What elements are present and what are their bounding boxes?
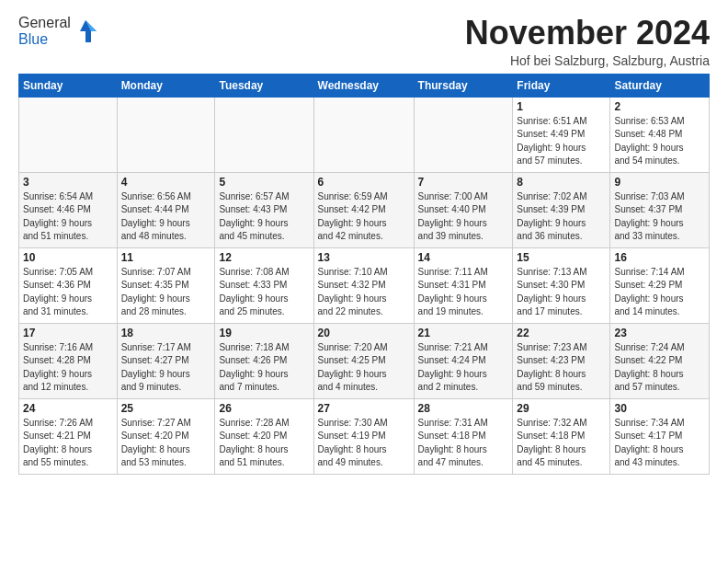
page-container: General Blue November 2024 Hof bei Salzb… — [0, 0, 728, 484]
calendar-cell: 5Sunrise: 6:57 AM Sunset: 4:43 PM Daylig… — [215, 172, 313, 247]
day-detail: Sunrise: 7:28 AM Sunset: 4:20 PM Dayligh… — [219, 417, 309, 470]
day-detail: Sunrise: 7:08 AM Sunset: 4:33 PM Dayligh… — [219, 266, 309, 319]
day-number: 14 — [418, 251, 509, 264]
day-number: 11 — [121, 251, 211, 264]
day-number: 30 — [614, 402, 705, 415]
day-number: 7 — [418, 176, 509, 189]
header-thursday: Thursday — [414, 74, 513, 97]
day-number: 21 — [418, 327, 509, 339]
calendar-cell: 22Sunrise: 7:23 AM Sunset: 4:23 PM Dayli… — [513, 323, 610, 398]
calendar-week-5: 24Sunrise: 7:26 AM Sunset: 4:21 PM Dayli… — [19, 398, 710, 474]
day-detail: Sunrise: 7:20 AM Sunset: 4:25 PM Dayligh… — [318, 341, 410, 395]
day-detail: Sunrise: 7:00 AM Sunset: 4:40 PM Dayligh… — [418, 190, 509, 244]
calendar-cell: 24Sunrise: 7:26 AM Sunset: 4:21 PM Dayli… — [19, 398, 118, 474]
calendar-cell: 7Sunrise: 7:00 AM Sunset: 4:40 PM Daylig… — [414, 172, 513, 247]
day-detail: Sunrise: 7:02 AM Sunset: 4:39 PM Dayligh… — [517, 190, 606, 244]
calendar-cell — [313, 97, 414, 172]
day-number: 20 — [318, 327, 410, 339]
calendar-cell: 27Sunrise: 7:30 AM Sunset: 4:19 PM Dayli… — [313, 398, 414, 474]
calendar-cell: 14Sunrise: 7:11 AM Sunset: 4:31 PM Dayli… — [414, 247, 513, 323]
calendar-week-4: 17Sunrise: 7:16 AM Sunset: 4:28 PM Dayli… — [19, 323, 710, 398]
calendar-cell: 26Sunrise: 7:28 AM Sunset: 4:20 PM Dayli… — [215, 398, 313, 474]
day-detail: Sunrise: 7:11 AM Sunset: 4:31 PM Dayligh… — [418, 266, 509, 319]
header-wednesday: Wednesday — [313, 74, 414, 97]
calendar-cell: 30Sunrise: 7:34 AM Sunset: 4:17 PM Dayli… — [610, 398, 710, 474]
calendar-cell — [414, 97, 513, 172]
day-detail: Sunrise: 6:54 AM Sunset: 4:46 PM Dayligh… — [23, 190, 113, 244]
calendar-cell: 12Sunrise: 7:08 AM Sunset: 4:33 PM Dayli… — [215, 247, 313, 323]
day-detail: Sunrise: 7:32 AM Sunset: 4:18 PM Dayligh… — [517, 417, 606, 470]
calendar-cell: 20Sunrise: 7:20 AM Sunset: 4:25 PM Dayli… — [313, 323, 414, 398]
day-detail: Sunrise: 6:53 AM Sunset: 4:48 PM Dayligh… — [614, 115, 705, 168]
day-number: 12 — [219, 251, 309, 264]
header: General Blue November 2024 Hof bei Salzb… — [18, 15, 710, 68]
header-saturday: Saturday — [610, 74, 710, 97]
day-detail: Sunrise: 7:14 AM Sunset: 4:29 PM Dayligh… — [614, 266, 705, 319]
day-number: 15 — [517, 251, 606, 264]
day-detail: Sunrise: 7:26 AM Sunset: 4:21 PM Dayligh… — [23, 417, 113, 470]
header-monday: Monday — [117, 74, 215, 97]
day-detail: Sunrise: 7:23 AM Sunset: 4:23 PM Dayligh… — [517, 341, 606, 395]
day-detail: Sunrise: 7:03 AM Sunset: 4:37 PM Dayligh… — [614, 190, 705, 244]
day-number: 1 — [517, 100, 606, 113]
day-detail: Sunrise: 7:07 AM Sunset: 4:35 PM Dayligh… — [121, 266, 211, 319]
day-number: 5 — [219, 176, 309, 189]
location: Hof bei Salzburg, Salzburg, Austria — [465, 53, 710, 68]
day-number: 26 — [219, 402, 309, 415]
day-detail: Sunrise: 7:27 AM Sunset: 4:20 PM Dayligh… — [121, 417, 211, 470]
day-number: 28 — [418, 402, 509, 415]
day-detail: Sunrise: 7:16 AM Sunset: 4:28 PM Dayligh… — [23, 341, 113, 395]
logo-icon — [73, 18, 98, 44]
day-detail: Sunrise: 7:21 AM Sunset: 4:24 PM Dayligh… — [418, 341, 509, 395]
calendar-table: Sunday Monday Tuesday Wednesday Thursday… — [18, 74, 710, 475]
day-detail: Sunrise: 7:17 AM Sunset: 4:27 PM Dayligh… — [121, 341, 211, 395]
weekday-header-row: Sunday Monday Tuesday Wednesday Thursday… — [19, 74, 710, 97]
calendar-cell: 21Sunrise: 7:21 AM Sunset: 4:24 PM Dayli… — [414, 323, 513, 398]
logo-blue-text: Blue — [18, 31, 48, 47]
calendar-cell: 28Sunrise: 7:31 AM Sunset: 4:18 PM Dayli… — [414, 398, 513, 474]
day-number: 6 — [318, 176, 410, 189]
day-number: 19 — [219, 327, 309, 339]
day-number: 23 — [614, 327, 705, 339]
calendar-cell: 23Sunrise: 7:24 AM Sunset: 4:22 PM Dayli… — [610, 323, 710, 398]
day-detail: Sunrise: 7:34 AM Sunset: 4:17 PM Dayligh… — [614, 417, 705, 470]
title-block: November 2024 Hof bei Salzburg, Salzburg… — [465, 15, 710, 68]
calendar-cell: 10Sunrise: 7:05 AM Sunset: 4:36 PM Dayli… — [19, 247, 118, 323]
calendar-cell: 3Sunrise: 6:54 AM Sunset: 4:46 PM Daylig… — [19, 172, 118, 247]
calendar-cell: 29Sunrise: 7:32 AM Sunset: 4:18 PM Dayli… — [513, 398, 610, 474]
calendar-cell: 25Sunrise: 7:27 AM Sunset: 4:20 PM Dayli… — [117, 398, 215, 474]
calendar-cell: 16Sunrise: 7:14 AM Sunset: 4:29 PM Dayli… — [610, 247, 710, 323]
day-detail: Sunrise: 7:18 AM Sunset: 4:26 PM Dayligh… — [219, 341, 309, 395]
calendar-week-1: 1Sunrise: 6:51 AM Sunset: 4:49 PM Daylig… — [19, 97, 710, 172]
day-number: 18 — [121, 327, 211, 339]
day-detail: Sunrise: 7:13 AM Sunset: 4:30 PM Dayligh… — [517, 266, 606, 319]
calendar-cell: 9Sunrise: 7:03 AM Sunset: 4:37 PM Daylig… — [610, 172, 710, 247]
day-number: 29 — [517, 402, 606, 415]
header-sunday: Sunday — [19, 74, 118, 97]
day-detail: Sunrise: 6:59 AM Sunset: 4:42 PM Dayligh… — [318, 190, 410, 244]
month-title: November 2024 — [465, 15, 710, 52]
day-detail: Sunrise: 7:30 AM Sunset: 4:19 PM Dayligh… — [318, 417, 410, 470]
day-detail: Sunrise: 7:31 AM Sunset: 4:18 PM Dayligh… — [418, 417, 509, 470]
calendar-cell: 8Sunrise: 7:02 AM Sunset: 4:39 PM Daylig… — [513, 172, 610, 247]
calendar-cell — [117, 97, 215, 172]
header-friday: Friday — [513, 74, 610, 97]
day-number: 2 — [614, 100, 705, 113]
calendar-cell — [19, 97, 118, 172]
logo: General Blue — [18, 15, 98, 47]
calendar-cell: 4Sunrise: 6:56 AM Sunset: 4:44 PM Daylig… — [117, 172, 215, 247]
calendar-cell: 13Sunrise: 7:10 AM Sunset: 4:32 PM Dayli… — [313, 247, 414, 323]
logo-general-text: General — [18, 15, 71, 30]
calendar-cell: 2Sunrise: 6:53 AM Sunset: 4:48 PM Daylig… — [610, 97, 710, 172]
day-detail: Sunrise: 6:51 AM Sunset: 4:49 PM Dayligh… — [517, 115, 606, 168]
calendar-week-3: 10Sunrise: 7:05 AM Sunset: 4:36 PM Dayli… — [19, 247, 710, 323]
day-number: 9 — [614, 176, 705, 189]
calendar-cell: 15Sunrise: 7:13 AM Sunset: 4:30 PM Dayli… — [513, 247, 610, 323]
day-detail: Sunrise: 7:10 AM Sunset: 4:32 PM Dayligh… — [318, 266, 410, 319]
day-detail: Sunrise: 7:24 AM Sunset: 4:22 PM Dayligh… — [614, 341, 705, 395]
calendar-cell: 11Sunrise: 7:07 AM Sunset: 4:35 PM Dayli… — [117, 247, 215, 323]
day-detail: Sunrise: 6:57 AM Sunset: 4:43 PM Dayligh… — [219, 190, 309, 244]
day-number: 17 — [23, 327, 113, 339]
day-number: 4 — [121, 176, 211, 189]
day-number: 22 — [517, 327, 606, 339]
